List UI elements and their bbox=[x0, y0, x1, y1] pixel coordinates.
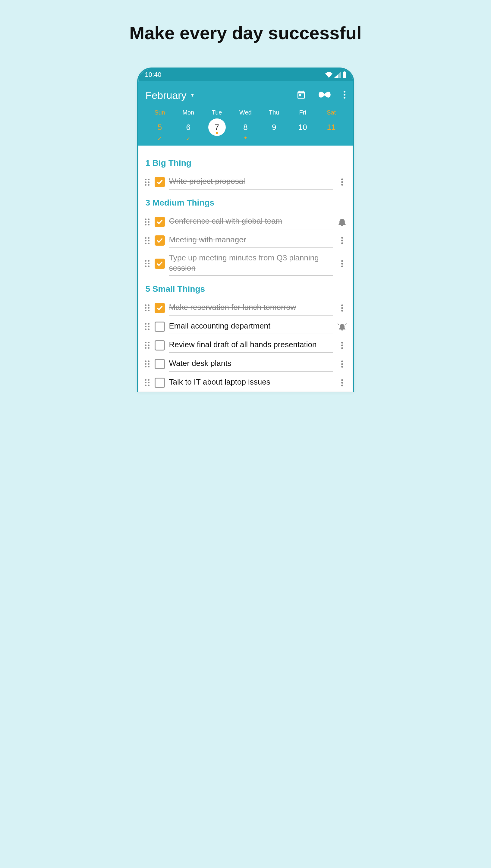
day-column[interactable]: Tue7 bbox=[203, 109, 231, 143]
more-icon[interactable] bbox=[337, 378, 347, 388]
task-row: Talk to IT about laptop issues bbox=[144, 373, 347, 392]
task-text: Meeting with manager bbox=[169, 235, 246, 245]
drag-handle-icon[interactable] bbox=[144, 304, 150, 312]
task-text-field[interactable]: Talk to IT about laptop issues bbox=[169, 375, 333, 390]
day-name: Tue bbox=[212, 109, 222, 116]
task-row: Water desk plants bbox=[144, 355, 347, 373]
day-number: 5 bbox=[151, 118, 169, 136]
svg-point-25 bbox=[341, 385, 343, 386]
bell-icon[interactable] bbox=[337, 217, 347, 227]
status-icons bbox=[325, 71, 346, 78]
task-text: Make reservation for lunch tomorrow bbox=[169, 302, 296, 312]
phone-frame: 10:40 February ▼ bbox=[137, 67, 354, 392]
svg-point-15 bbox=[341, 307, 343, 309]
month-picker[interactable]: February ▼ bbox=[146, 90, 195, 101]
day-indicator-check-icon: ✓ bbox=[157, 136, 162, 141]
svg-point-21 bbox=[341, 363, 343, 365]
task-text-field[interactable]: Make reservation for lunch tomorrow bbox=[169, 300, 333, 316]
drag-handle-icon[interactable] bbox=[144, 379, 150, 387]
drag-handle-icon[interactable] bbox=[144, 360, 150, 368]
task-checkbox[interactable] bbox=[155, 217, 165, 227]
day-column[interactable]: Fri10 bbox=[288, 109, 317, 143]
drag-handle-icon[interactable] bbox=[144, 218, 150, 226]
task-row: Meeting with manager bbox=[144, 231, 347, 250]
drag-handle-icon[interactable] bbox=[144, 260, 150, 268]
task-checkbox[interactable] bbox=[155, 259, 165, 269]
bell-ring-icon[interactable] bbox=[337, 322, 347, 332]
day-column[interactable]: Thu9 bbox=[260, 109, 288, 143]
infinity-icon[interactable] bbox=[318, 91, 331, 99]
more-icon[interactable] bbox=[337, 359, 347, 369]
task-text: Water desk plants bbox=[169, 358, 231, 368]
svg-point-17 bbox=[341, 342, 343, 343]
svg-point-5 bbox=[341, 179, 343, 180]
drag-handle-icon[interactable] bbox=[144, 341, 150, 349]
svg-point-16 bbox=[341, 310, 343, 311]
task-checkbox[interactable] bbox=[155, 322, 165, 332]
status-time: 10:40 bbox=[145, 71, 162, 79]
more-icon[interactable] bbox=[337, 259, 347, 269]
svg-point-20 bbox=[341, 360, 343, 362]
status-bar: 10:40 bbox=[138, 69, 353, 81]
calendar-icon[interactable] bbox=[296, 90, 306, 101]
svg-rect-1 bbox=[344, 71, 345, 72]
task-text: Review final draft of all hands presenta… bbox=[169, 340, 317, 350]
task-text-field[interactable]: Type up meeting minutes from Q3 planning… bbox=[169, 252, 333, 276]
battery-icon bbox=[343, 71, 346, 78]
drag-handle-icon[interactable] bbox=[144, 237, 150, 245]
month-label: February bbox=[146, 90, 186, 101]
task-text-field[interactable]: Write project proposal bbox=[169, 175, 333, 189]
app-header: February ▼ Sun5✓Mon6✓Tue7Wed8Thu9Fri10Sa… bbox=[138, 81, 353, 146]
svg-point-8 bbox=[341, 237, 343, 239]
svg-point-4 bbox=[344, 97, 345, 98]
more-icon[interactable] bbox=[337, 340, 347, 350]
svg-point-13 bbox=[341, 266, 343, 267]
task-checkbox[interactable] bbox=[155, 303, 165, 313]
day-name: Sun bbox=[154, 109, 165, 116]
day-indicator-dot bbox=[244, 137, 247, 139]
svg-point-23 bbox=[341, 379, 343, 381]
day-column[interactable]: Wed8 bbox=[231, 109, 260, 143]
svg-point-12 bbox=[341, 263, 343, 264]
task-row: Review final draft of all hands presenta… bbox=[144, 336, 347, 355]
day-column[interactable]: Sun5✓ bbox=[146, 109, 174, 143]
task-checkbox[interactable] bbox=[155, 340, 165, 351]
task-text-field[interactable]: Review final draft of all hands presenta… bbox=[169, 338, 333, 353]
task-text-field[interactable]: Meeting with manager bbox=[169, 233, 333, 248]
svg-point-14 bbox=[341, 304, 343, 306]
task-text: Type up meeting minutes from Q3 planning… bbox=[169, 253, 333, 273]
day-name: Wed bbox=[239, 109, 252, 116]
day-number: 7 bbox=[208, 118, 226, 136]
day-indicator-check-icon: ✓ bbox=[186, 136, 191, 141]
more-icon[interactable] bbox=[337, 236, 347, 245]
svg-rect-0 bbox=[343, 72, 346, 78]
task-checkbox[interactable] bbox=[155, 378, 165, 388]
task-text-field[interactable]: Water desk plants bbox=[169, 357, 333, 371]
task-text: Email accounting department bbox=[169, 321, 271, 331]
day-column[interactable]: Sat11 bbox=[317, 109, 346, 143]
day-number: 10 bbox=[294, 118, 311, 136]
task-text: Talk to IT about laptop issues bbox=[169, 377, 270, 387]
section-title: 5 Small Things bbox=[146, 284, 347, 294]
section-title: 3 Medium Things bbox=[146, 198, 347, 208]
more-icon[interactable] bbox=[337, 177, 347, 187]
more-icon[interactable] bbox=[343, 90, 346, 100]
task-text: Write project proposal bbox=[169, 176, 245, 186]
task-checkbox[interactable] bbox=[155, 235, 165, 246]
svg-point-2 bbox=[344, 91, 345, 92]
task-row: Conference call with global team bbox=[144, 212, 347, 231]
task-text-field[interactable]: Conference call with global team bbox=[169, 214, 333, 229]
svg-point-24 bbox=[341, 382, 343, 383]
task-checkbox[interactable] bbox=[155, 177, 165, 187]
drag-handle-icon[interactable] bbox=[144, 178, 150, 186]
more-icon[interactable] bbox=[337, 303, 347, 313]
day-number: 6 bbox=[180, 118, 197, 136]
svg-point-7 bbox=[341, 184, 343, 186]
drag-handle-icon[interactable] bbox=[144, 323, 150, 331]
task-checkbox[interactable] bbox=[155, 359, 165, 369]
task-text: Conference call with global team bbox=[169, 216, 282, 226]
day-name: Sat bbox=[327, 109, 336, 116]
svg-point-10 bbox=[341, 243, 343, 244]
task-text-field[interactable]: Email accounting department bbox=[169, 319, 333, 334]
day-column[interactable]: Mon6✓ bbox=[174, 109, 203, 143]
